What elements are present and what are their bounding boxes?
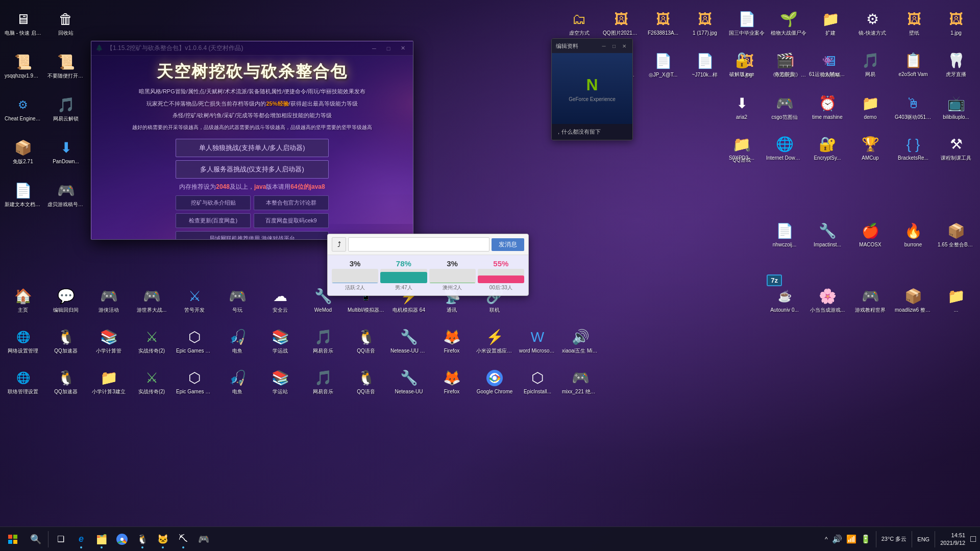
taskbar-edge[interactable]: e bbox=[71, 529, 91, 549]
desktop-icon-f2638[interactable]: 🖼 F2638813A... bbox=[643, 3, 683, 43]
share-button[interactable]: ⤴ bbox=[332, 237, 346, 252]
icon-encryptsy[interactable]: 🔐 EncryptSy... bbox=[807, 128, 848, 168]
icon-csgo-mofan[interactable]: 🎮 csgo范图仙 bbox=[764, 87, 805, 128]
desktop-icon-kuaisu[interactable]: ⚙ 镜-快速方式 bbox=[852, 3, 893, 43]
icon-impactinst[interactable]: 🔧 Impactinst... bbox=[807, 214, 848, 255]
icon-qq-back[interactable]: 🐧 QQ语音 bbox=[346, 320, 386, 361]
desktop-icon-guosan[interactable]: 📄 国三中毕业案令 bbox=[726, 3, 767, 43]
desktop-icon-ysqqhzqv[interactable]: 📜 ysqqhzqv1.9于...vbs bbox=[3, 45, 43, 86]
icon-dianyu[interactable]: 🎣 电鱼 bbox=[217, 320, 258, 361]
icon-epicgames2[interactable]: ⬡ Epic Games Launcher bbox=[174, 361, 215, 402]
icon-real-game[interactable]: 🎮 游世界大战... bbox=[131, 280, 172, 320]
desktop-icon-j710k[interactable]: 📄 ~J710k...样 bbox=[684, 44, 725, 85]
taskbar-file-explorer[interactable]: 🗂️ bbox=[91, 529, 112, 549]
icon-jiemi[interactable]: 🔓 破解版.exe bbox=[721, 44, 762, 85]
desktop-icon-xubei[interactable]: 🎮 虚贝游戏稿号软件 bbox=[45, 174, 86, 215]
icon-anquan[interactable]: ☁ 安全云 bbox=[260, 280, 301, 320]
icon-legend2-actual[interactable]: ⚔ 实战传奇(2) bbox=[131, 361, 172, 402]
icon-unknown-gong[interactable]: ⚒ 课程制课工具 bbox=[936, 128, 976, 168]
icon-travel-game[interactable]: 🎮 游侠活动 bbox=[88, 280, 129, 320]
icon-chuanqi-2[interactable]: ⚔ 实战传奇(2) bbox=[131, 320, 172, 361]
icon-g403[interactable]: 🖱 G403驱动0514.zip bbox=[893, 87, 934, 128]
icon-xiaoxuejisuan[interactable]: 📚 小学计算管 bbox=[88, 320, 129, 361]
icon-xxjisuan2[interactable]: 📁 小学计算3建立 bbox=[88, 361, 129, 402]
icon-nhwczoij[interactable]: 📄 nhwczoij... bbox=[764, 214, 805, 255]
platform-button[interactable]: 局域网联机推荐使用 游侠对战平台 bbox=[176, 231, 329, 240]
icon-xueyun2[interactable]: 📚 学运站 bbox=[260, 361, 301, 402]
icon-firefox[interactable]: 🦊 Firefox bbox=[431, 320, 472, 361]
desktop-icon-cheat-engine[interactable]: ⚙ Cheat Engine v7.2 bbox=[3, 88, 43, 129]
icon-1-65-faze[interactable]: 📦 1.65 全整合Build3.zip bbox=[936, 214, 976, 255]
geforce-maximize[interactable]: □ bbox=[610, 42, 618, 50]
desktop-icon-pc[interactable]: 🖥 电脑 - 快速 启动方式 bbox=[3, 3, 43, 43]
icon-amcup[interactable]: 🏆 AMCup bbox=[850, 128, 891, 168]
tray-arrow[interactable]: ^ bbox=[825, 536, 828, 543]
update-button[interactable]: 检查更新(百度网盘) bbox=[176, 213, 251, 228]
icon-main-page[interactable]: 🏠 主页 bbox=[3, 280, 43, 320]
icon-epicgames[interactable]: ⬡ Epic Games Launcher bbox=[174, 320, 215, 361]
maximize-button[interactable]: □ bbox=[382, 44, 395, 53]
icon-aria2[interactable]: ⬇ aria2 bbox=[721, 87, 762, 128]
icon-xiaoai[interactable]: 🔊 xiaoai五生 Microsoft... bbox=[560, 320, 601, 361]
desktop-icon-recycle[interactable]: 🗑 回收站 bbox=[45, 3, 86, 43]
icon-wangyi-music[interactable]: 🎵 网易 bbox=[850, 44, 891, 85]
desktop-icon-jpx[interactable]: 📄 ◎JP_X@T... bbox=[643, 44, 683, 85]
desktop-icon-1jpg[interactable]: 🖼 1.jpg bbox=[936, 3, 976, 43]
taskbar-clock[interactable]: 14:51 2021/9/12 bbox=[940, 532, 965, 546]
guide-button[interactable]: 挖矿与砍杀介绍贴 bbox=[176, 195, 251, 210]
icon-firefox2[interactable]: 🦊 Firefox bbox=[431, 361, 472, 402]
icon-demo[interactable]: 📁 demo bbox=[850, 87, 891, 128]
taskbar-cat[interactable]: 🐱 bbox=[153, 529, 173, 549]
single-player-button[interactable]: 单人独狼挑战(支持单人/多人启动器) bbox=[176, 139, 329, 157]
desktop-icon-xukong[interactable]: 🗂 虚空方式 bbox=[559, 3, 600, 43]
desktop-icon-mianban[interactable]: 📦 免版2.71 bbox=[3, 131, 43, 172]
icon-time-mashine[interactable]: ⏰ time mashine bbox=[807, 87, 848, 128]
icon-mixx221[interactable]: 🎮 mixx_221 绝地多开方式64 bbox=[560, 361, 601, 402]
icon-uu2[interactable]: 🔧 Netease-UU bbox=[388, 361, 429, 402]
icon-back-room[interactable]: 💬 编辑回归间 bbox=[45, 280, 86, 320]
icon-xueyunzhan[interactable]: 📚 学运战 bbox=[260, 320, 301, 361]
notification-center-button[interactable]: □ bbox=[970, 534, 976, 544]
search-button[interactable]: 🔍 bbox=[26, 529, 46, 549]
icon-wangyiyinyue[interactable]: 🎵 网易音乐 bbox=[303, 320, 344, 361]
icon-qqyuyin2[interactable]: 🐧 QQ语音 bbox=[346, 361, 386, 402]
icon-internet-dl[interactable]: 🌐 Internet Downlo... bbox=[764, 128, 805, 168]
icon-lanya[interactable]: 🦷 虎牙直播 bbox=[936, 44, 976, 85]
icon-netease-uu[interactable]: 🔧 Netease-UU Booster bbox=[388, 320, 429, 361]
icon-xiaomi-set[interactable]: ⚡ 小米设置感应器双人 bbox=[474, 320, 515, 361]
taskbar-chrome-pinned[interactable] bbox=[112, 529, 132, 549]
icon-brackets[interactable]: { } BracketsRe... bbox=[893, 128, 934, 168]
minimize-button[interactable]: ─ bbox=[368, 44, 380, 53]
desktop-icon-1-177[interactable]: 🖼 1 (177).jpg bbox=[684, 3, 725, 43]
icon-burrone[interactable]: 🔥 burrone bbox=[893, 214, 934, 255]
desktop-icon-warning-vbs[interactable]: 📜 不要随便打开...vbs bbox=[45, 45, 86, 86]
icon-qqjiasuqi[interactable]: 🐧 QQ加速器 bbox=[45, 361, 86, 402]
desktop-icon-qq-img[interactable]: 🖼 QQ图片20210305... bbox=[601, 3, 642, 43]
icon-s0xpd3[interactable]: 📁 S0XPD3-... bbox=[721, 128, 762, 168]
icon-google-chrome[interactable]: Google Chrome bbox=[474, 361, 515, 402]
icon-6158[interactable]: 👾 61运动人Mazing... bbox=[807, 44, 848, 85]
desktop-icon-newtext-bat[interactable]: 📄 新建文本文档.bat bbox=[3, 174, 43, 215]
icon-dianyou2[interactable]: 🎣 电鱼 bbox=[217, 361, 258, 402]
geforce-close[interactable]: ✕ bbox=[620, 42, 628, 50]
taskview-button[interactable]: ❑ bbox=[51, 529, 71, 549]
message-input[interactable] bbox=[348, 237, 489, 252]
discuss-button[interactable]: 本整合包官方讨论群 bbox=[254, 195, 329, 210]
icon-hao-wan[interactable]: 🎮 号玩 bbox=[217, 280, 258, 320]
icon-qiyingyingyin[interactable]: 🎬 奇艺影音 bbox=[764, 44, 805, 85]
multi-player-button[interactable]: 多人服务器挑战(仅支持多人启动器) bbox=[176, 160, 329, 179]
icon-word[interactable]: W word Microsoft... bbox=[517, 320, 558, 361]
icon-macosx[interactable]: 🍎 MACOSX bbox=[850, 214, 891, 255]
icon-epicinstall[interactable]: ⬡ EpicInstall... bbox=[517, 361, 558, 402]
geforce-minimize[interactable]: ─ bbox=[600, 42, 608, 50]
icon-wangyimusic2[interactable]: 🎵 网易音乐 bbox=[303, 361, 344, 402]
icon-qqjiashu[interactable]: 🐧 QQ加速器 bbox=[45, 320, 86, 361]
close-button[interactable]: ✕ bbox=[397, 44, 409, 53]
desktop-icon-plant[interactable]: 🌱 植物大战僵尸令 bbox=[768, 3, 809, 43]
start-button[interactable] bbox=[0, 529, 26, 549]
desktop-icon-wallpaper[interactable]: 🖼 壁纸 bbox=[894, 3, 935, 43]
icon-ezosoft[interactable]: 📋 e2oSoft Vam bbox=[893, 44, 934, 85]
icon-wangluosheji[interactable]: 🌐 网络设置管理 bbox=[3, 320, 43, 361]
taskbar-icon-8[interactable]: 🎮 bbox=[193, 529, 214, 549]
icon-last-folder[interactable]: 📁 ... bbox=[936, 280, 976, 320]
